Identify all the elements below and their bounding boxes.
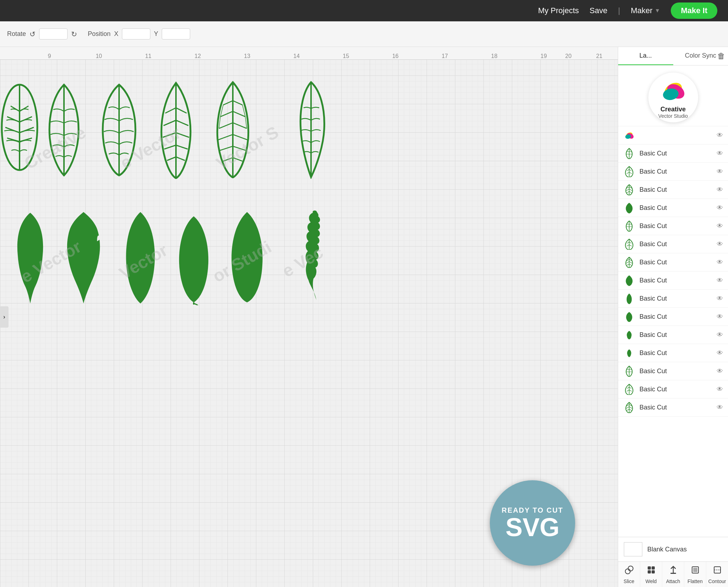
panel-footer: Blank Canvas: [618, 537, 728, 561]
flatten-icon: [690, 565, 700, 577]
blank-canvas-label: Blank Canvas: [647, 546, 687, 553]
svg-line-71: [629, 261, 632, 263]
svg-line-27: [233, 111, 245, 117]
contour-tool[interactable]: Contour: [706, 562, 728, 587]
rotate-label: Rotate: [7, 30, 26, 38]
main-area: 9 10 11 12 13 14 15 16 17 18 19 20 21: [0, 47, 728, 587]
leaf-solid-4: [171, 209, 217, 305]
layer-eye-logo[interactable]: 👁: [717, 132, 723, 139]
svg-rect-89: [648, 566, 651, 570]
svg-line-76: [627, 387, 629, 388]
canvas-content: Creative e Vector Vector S e Vector Vect…: [0, 60, 618, 587]
flatten-tool[interactable]: Flatten: [684, 562, 706, 587]
svg-line-38: [219, 117, 220, 128]
layer-visibility-toggle[interactable]: 👁: [717, 150, 723, 157]
svg-rect-93: [670, 573, 676, 574]
slice-tool[interactable]: Slice: [618, 562, 640, 587]
svg-line-31: [233, 134, 247, 140]
contour-label: Contour: [708, 578, 726, 584]
svg-line-25: [233, 101, 242, 105]
svg-line-18: [176, 133, 189, 137]
toolbar-position-group: Position X Y: [88, 28, 190, 39]
layer-item[interactable]: Basic Cut👁: [618, 398, 728, 417]
layer-visibility-toggle[interactable]: 👁: [717, 259, 723, 266]
svg-line-32: [220, 146, 233, 150]
layer-visibility-toggle[interactable]: 👁: [717, 349, 723, 357]
layer-item[interactable]: Basic Cut👁: [618, 380, 728, 398]
my-projects-link[interactable]: My Projects: [538, 6, 579, 15]
layer-item[interactable]: Basic Cut👁: [618, 290, 728, 308]
save-link[interactable]: Save: [590, 6, 607, 15]
rotate-icon-ccw[interactable]: ↺: [30, 30, 36, 38]
layer-visibility-toggle[interactable]: 👁: [717, 386, 723, 393]
attach-tool[interactable]: Attach: [662, 562, 684, 587]
layer-visibility-toggle[interactable]: 👁: [717, 204, 723, 212]
svg-line-73: [629, 264, 632, 265]
svg-line-39: [245, 117, 247, 128]
rotate-input[interactable]: [39, 28, 68, 39]
layer-item[interactable]: Basic Cut👁: [618, 362, 728, 380]
layer-thumb: [623, 256, 635, 268]
layer-visibility-toggle[interactable]: 👁: [717, 313, 723, 321]
layer-item[interactable]: Basic Cut👁: [618, 181, 728, 199]
tab-layers[interactable]: La...: [618, 47, 673, 65]
layer-item[interactable]: Basic Cut👁: [618, 344, 728, 362]
svg-line-53: [629, 172, 632, 174]
layer-item[interactable]: Basic Cut👁: [618, 235, 728, 253]
machine-selector[interactable]: Maker ▼: [631, 6, 660, 15]
layer-visibility-toggle[interactable]: 👁: [717, 240, 723, 248]
layer-item[interactable]: Basic Cut👁: [618, 199, 728, 217]
delete-icon[interactable]: 🗑: [717, 52, 725, 61]
layer-thumb: [623, 238, 635, 250]
svg-point-87: [625, 569, 630, 574]
layer-item-logo[interactable]: 👁: [618, 126, 728, 144]
leaf-solid-5: [224, 209, 270, 303]
svg-line-20: [176, 145, 188, 149]
svg-line-72: [627, 264, 629, 265]
contour-icon: [712, 565, 722, 577]
layer-name: Basic Cut: [639, 240, 712, 248]
canvas-area[interactable]: 9 10 11 12 13 14 15 16 17 18 19 20 21: [0, 47, 618, 587]
layer-visibility-toggle[interactable]: 👁: [717, 186, 723, 194]
svg-rect-91: [648, 570, 651, 573]
weld-tool[interactable]: Weld: [640, 562, 662, 587]
layer-item[interactable]: Basic Cut👁: [618, 253, 728, 271]
svg-line-16: [176, 120, 188, 126]
layer-visibility-toggle[interactable]: 👁: [717, 295, 723, 302]
layer-name: Basic Cut: [639, 222, 712, 230]
bottom-tools: Slice Weld Attach Flatten: [618, 561, 728, 587]
svg-line-13: [165, 108, 176, 113]
attach-icon: [668, 565, 678, 577]
layer-item[interactable]: Basic Cut👁: [618, 217, 728, 235]
layer-visibility-toggle[interactable]: 👁: [717, 277, 723, 284]
layer-visibility-toggle[interactable]: 👁: [717, 404, 723, 411]
layer-name: Basic Cut: [639, 331, 712, 339]
y-input[interactable]: [162, 28, 190, 39]
svg-line-14: [176, 108, 187, 113]
svg-line-78: [627, 390, 629, 391]
layer-visibility-toggle[interactable]: 👁: [717, 331, 723, 339]
layer-visibility-toggle[interactable]: 👁: [717, 222, 723, 230]
svg-line-22: [176, 157, 185, 160]
layer-visibility-toggle[interactable]: 👁: [717, 367, 723, 375]
chevron-left-icon: ›: [3, 314, 5, 320]
make-it-button[interactable]: Make It: [671, 2, 717, 19]
svg-line-79: [629, 390, 632, 391]
layer-item[interactable]: Basic Cut👁: [618, 163, 728, 181]
flatten-label: Flatten: [687, 578, 703, 584]
toolbar-rotate-group: Rotate ↺ ↻: [7, 28, 77, 39]
layer-item[interactable]: Basic Cut👁: [618, 271, 728, 290]
leaf-solid-3: [117, 209, 164, 305]
layer-item[interactable]: Basic Cut👁: [618, 308, 728, 326]
rotate-icon-cw[interactable]: ↻: [71, 30, 77, 38]
svg-rect-90: [652, 566, 655, 570]
left-panel-toggle[interactable]: ›: [0, 306, 9, 328]
layer-item[interactable]: Basic Cut👁: [618, 144, 728, 163]
logo-area: Creative Vector Studio: [618, 65, 728, 126]
x-input[interactable]: [122, 28, 150, 39]
svg-line-28: [219, 123, 233, 128]
layer-visibility-toggle[interactable]: 👁: [717, 168, 723, 175]
chevron-down-icon: ▼: [655, 7, 660, 14]
layer-name: Basic Cut: [639, 367, 712, 375]
layer-item[interactable]: Basic Cut👁: [618, 326, 728, 344]
